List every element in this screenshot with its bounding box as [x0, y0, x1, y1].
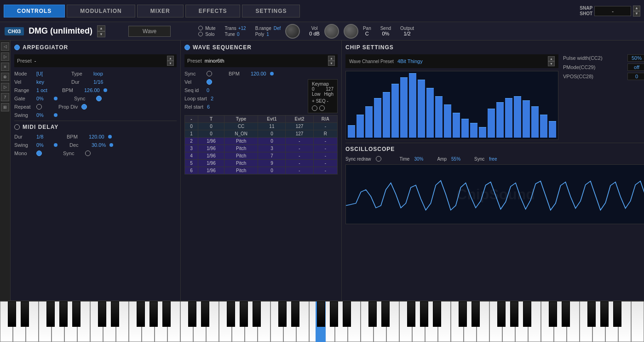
wave-sync-radio[interactable]	[207, 71, 212, 76]
chip-pmode-value[interactable]: off	[627, 64, 644, 71]
midi-dur-value[interactable]: 1/8	[36, 134, 50, 139]
snapshot-up[interactable]: ▲	[633, 6, 640, 11]
arp-preset-down[interactable]: ▼	[167, 61, 174, 66]
piano-black-key[interactable]	[613, 301, 621, 327]
table-row[interactable]: 21/96Pitch0--	[185, 138, 338, 145]
midi-swing-value[interactable]: 0%	[36, 142, 50, 148]
chip-preset-up[interactable]: ▲	[548, 56, 555, 61]
arp-swing-value[interactable]: 0%	[36, 112, 50, 118]
wave-relstart-value[interactable]: 6	[207, 104, 221, 110]
arp-led[interactable]	[14, 45, 20, 50]
piano-black-key[interactable]	[368, 301, 377, 327]
snapshot-down[interactable]: ▼	[633, 11, 640, 17]
piano-black-key[interactable]	[433, 301, 441, 327]
sidebar-btn-7[interactable]: ⊞	[1, 103, 9, 111]
arp-repeat-radio[interactable]	[36, 104, 42, 110]
piano-black-key[interactable]	[497, 301, 506, 327]
table-row[interactable]: 10N_ON0127R	[185, 130, 338, 138]
piano-black-key[interactable]	[137, 301, 145, 327]
wave-seqid-value[interactable]: 0	[207, 87, 220, 93]
piano-black-key[interactable]	[343, 301, 351, 327]
piano-black-key[interactable]	[21, 301, 29, 327]
midi-mono-radio[interactable]	[36, 151, 42, 156]
table-row[interactable]: 00CC11127-	[185, 123, 338, 130]
piano-black-key[interactable]	[72, 301, 80, 327]
arp-preset-up[interactable]: ▲	[167, 56, 174, 61]
sidebar-btn-6[interactable]: 7	[1, 93, 9, 101]
arp-propdiv-radio[interactable]	[81, 104, 87, 110]
piano-black-key[interactable]	[317, 301, 325, 327]
arp-dur-value[interactable]: 1/16	[93, 79, 107, 85]
piano-black-key[interactable]	[562, 301, 570, 327]
piano-black-key[interactable]	[150, 301, 158, 327]
channel-up[interactable]: ▲	[97, 25, 105, 31]
piano-black-key[interactable]	[188, 301, 196, 327]
sidebar-btn-1[interactable]: ◁	[1, 42, 9, 51]
wave-preset-down[interactable]: ▼	[328, 61, 335, 66]
sidebar-btn-4[interactable]: ⊕	[1, 73, 9, 81]
sidebar-btn-5[interactable]: ▷	[1, 83, 9, 91]
tab-mixer[interactable]: MIXER	[137, 5, 184, 17]
piano-black-key[interactable]	[472, 301, 480, 327]
wave-bpm-value[interactable]: 120.00	[251, 71, 266, 76]
osc-sync-redraw-radio[interactable]	[376, 156, 381, 162]
table-row[interactable]: 31/96Pitch3--	[185, 145, 338, 152]
wave-seq-led[interactable]	[184, 45, 190, 50]
tab-effects[interactable]: EFFECTS	[185, 5, 241, 17]
piano-black-key[interactable]	[291, 301, 299, 327]
piano-black-key[interactable]	[253, 301, 261, 327]
piano-black-key[interactable]	[46, 301, 55, 327]
pan-knob[interactable]	[344, 24, 358, 39]
midi-dec-value[interactable]: 30.0%	[92, 142, 106, 148]
piano-black-key[interactable]	[549, 301, 557, 327]
piano-black-key[interactable]	[510, 301, 518, 327]
piano-black-key[interactable]	[600, 301, 609, 327]
main-knob[interactable]	[285, 24, 300, 39]
piano-black-key[interactable]	[587, 301, 596, 327]
midi-sync-radio[interactable]	[85, 151, 91, 156]
mute-radio[interactable]	[198, 26, 203, 30]
piano-black-key[interactable]	[407, 301, 415, 327]
sidebar-btn-2[interactable]: ▷	[1, 52, 9, 61]
arp-vel-value[interactable]: key	[36, 79, 50, 85]
wave-loopstart-value[interactable]: 2	[211, 96, 224, 101]
piano-black-key[interactable]	[162, 301, 171, 327]
piano-black-key[interactable]	[8, 301, 16, 327]
table-row[interactable]: 61/96Pitch0--	[185, 167, 338, 174]
piano-black-key[interactable]	[459, 301, 467, 327]
piano-black-key[interactable]	[227, 301, 235, 327]
piano-black-key[interactable]	[98, 301, 106, 327]
piano-black-key[interactable]	[523, 301, 531, 327]
solo-radio[interactable]	[198, 32, 203, 36]
piano-black-key[interactable]	[278, 301, 287, 327]
piano-black-key[interactable]	[330, 301, 338, 327]
seq-radio-1[interactable]	[312, 105, 317, 111]
piano-black-key[interactable]	[420, 301, 428, 327]
arp-range-value[interactable]: 1 oct	[36, 87, 50, 93]
arp-type-value[interactable]: loop	[93, 71, 107, 76]
arp-gate-value[interactable]: 0%	[36, 96, 50, 101]
wave-vel-radio[interactable]	[207, 79, 212, 85]
tab-settings[interactable]: SETTINGS	[242, 5, 300, 17]
tab-controls[interactable]: CONTROLS	[4, 5, 65, 17]
arp-bpm-value[interactable]: 126.00	[84, 87, 100, 93]
table-row[interactable]: 41/96Pitch7--	[185, 152, 338, 160]
piano-black-key[interactable]	[240, 301, 248, 327]
wave-preset-up[interactable]: ▲	[328, 56, 335, 61]
channel-down[interactable]: ▼	[97, 31, 105, 37]
midi-bpm-value[interactable]: 120.00	[89, 134, 104, 139]
chip-pulse-value[interactable]: 50%	[627, 54, 644, 62]
arp-sync-radio[interactable]	[96, 96, 102, 101]
piano-black-key[interactable]	[59, 301, 68, 327]
piano-black-key[interactable]	[381, 301, 390, 327]
midi-delay-led[interactable]	[14, 124, 20, 130]
tab-modulation[interactable]: MODULATION	[67, 5, 135, 17]
arp-mode-value[interactable]: [U[	[36, 71, 50, 76]
piano-black-key[interactable]	[111, 301, 119, 327]
table-row[interactable]: 51/96Pitch9--	[185, 160, 338, 167]
piano-white-key[interactable]	[631, 301, 644, 342]
chip-preset-down[interactable]: ▼	[548, 61, 555, 66]
chip-vpos-value[interactable]: 0	[627, 73, 644, 80]
vol-knob[interactable]	[324, 24, 339, 39]
piano-black-key[interactable]	[201, 301, 209, 327]
